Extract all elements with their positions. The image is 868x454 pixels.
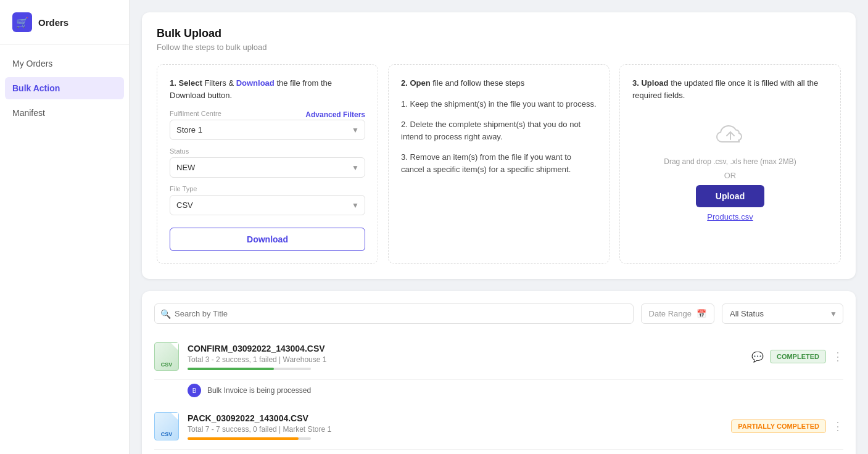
- download-button[interactable]: Download: [170, 228, 365, 251]
- item-info: CONFIRM_03092022_143004.CSV Total 3 - 2 …: [188, 344, 743, 370]
- bulk-upload-card: Bulk Upload Follow the steps to bulk upl…: [142, 12, 856, 279]
- upload-hint-text: Drag and drop .csv, .xls here (max 2MB): [664, 157, 796, 166]
- file-icon-csv-blue: CSV: [154, 412, 179, 440]
- list-item: CSV CONFIRM_03092022_143004.CSV Total 3 …: [154, 334, 843, 380]
- main-content: Bulk Upload Follow the steps to bulk upl…: [130, 0, 868, 454]
- item-info: PACK_03092022_143004.CSV Total 7 - 7 suc…: [188, 413, 722, 440]
- search-wrapper: 🔍: [154, 303, 634, 324]
- list-item: CSV CONFIRM_03092022_143004.CSV Total 3 …: [154, 450, 843, 454]
- app-name: Orders: [38, 17, 68, 28]
- item-name: CONFIRM_03092022_143004.CSV: [188, 344, 743, 353]
- bulk-upload-subtitle: Follow the steps to bulk upload: [157, 43, 841, 52]
- step2-header: 2. Open file and follow these steps: [401, 77, 597, 89]
- progress-bar: [188, 368, 311, 370]
- status-badge: PARTIALLY COMPLETED: [731, 419, 826, 433]
- file-icon-csv: CSV: [154, 342, 179, 371]
- status-badge: COMPLETED: [770, 350, 826, 363]
- step1-download-link[interactable]: Download: [236, 78, 275, 88]
- status-filter-wrapper: All Status COMPLETED PARTIALLY COMPLETED…: [722, 303, 843, 324]
- item-actions: PARTIALLY COMPLETED ⋮: [731, 419, 843, 433]
- list-filters: 🔍 Date Range 📅 All Status COMPLETED PART…: [154, 303, 843, 324]
- file-type-label: File Type: [170, 185, 365, 192]
- item-meta: Total 3 - 2 success, 1 failed | Warehous…: [188, 355, 743, 364]
- step2-instruction-2: 2. Delete the complete shipment(s) that …: [401, 118, 597, 142]
- date-range-label: Date Range: [649, 309, 692, 318]
- search-icon: 🔍: [160, 309, 171, 319]
- cloud-upload-icon: [716, 122, 745, 152]
- sidebar-item-my-orders[interactable]: My Orders: [0, 51, 129, 76]
- progress-fill: [188, 437, 299, 440]
- sidebar-item-bulk-action[interactable]: Bulk Action: [5, 77, 124, 99]
- file-type-select[interactable]: CSV XLS: [170, 195, 365, 215]
- progress-fill: [188, 368, 274, 370]
- status-filter-select[interactable]: All Status COMPLETED PARTIALLY COMPLETED…: [722, 303, 843, 324]
- list-card: 🔍 Date Range 📅 All Status COMPLETED PART…: [142, 291, 856, 454]
- cart-icon: 🛒: [12, 12, 32, 32]
- step2-instruction-3: 3. Remove an item(s) from the file if yo…: [401, 151, 597, 175]
- upload-button[interactable]: Upload: [696, 185, 764, 207]
- steps-grid: 1. Select Filters & Download the file fr…: [157, 64, 841, 264]
- status-select[interactable]: NEW PROCESSING COMPLETED FAILED: [170, 157, 365, 178]
- step3-card: 3. Upload the updated file once it is fi…: [619, 64, 841, 264]
- bulk-upload-title: Bulk Upload: [157, 27, 841, 40]
- file-type-select-wrapper: CSV XLS ▼: [170, 195, 365, 215]
- fulfillment-select[interactable]: Store 1 Store 2 Store 3: [170, 120, 365, 140]
- date-range-picker[interactable]: Date Range 📅: [641, 303, 714, 324]
- progress-bar: [188, 437, 311, 440]
- list-items: CSV CONFIRM_03092022_143004.CSV Total 3 …: [154, 334, 843, 454]
- step1-header: 1. Select Filters & Download the file fr…: [170, 77, 365, 101]
- more-options-icon[interactable]: ⋮: [832, 350, 843, 363]
- sidebar: 🛒 Orders My Orders Bulk Action Manifest: [0, 0, 130, 454]
- notification-text: Bulk Invoice is being processed: [207, 386, 311, 395]
- uploaded-file-link[interactable]: Products.csv: [707, 212, 753, 221]
- status-label: Status: [170, 147, 365, 155]
- fulfillment-label: Fulfilment Centre: [170, 110, 221, 117]
- notification-row: B Bulk Invoice is being processed: [154, 380, 843, 403]
- status-select-wrapper: NEW PROCESSING COMPLETED FAILED ▼: [170, 157, 365, 178]
- step1-filters-row: Fulfilment Centre Advanced Filters: [170, 110, 365, 120]
- calendar-icon: 📅: [696, 309, 706, 318]
- step2-instructions: 1. Keep the shipment(s) in the file you …: [401, 98, 597, 176]
- sidebar-logo: 🛒 Orders: [0, 12, 129, 45]
- item-actions: 💬 COMPLETED ⋮: [751, 350, 843, 363]
- more-options-icon[interactable]: ⋮: [832, 419, 843, 433]
- or-text: OR: [724, 171, 737, 180]
- sidebar-nav: My Orders Bulk Action Manifest: [0, 45, 129, 131]
- step2-card: 2. Open file and follow these steps 1. K…: [388, 64, 610, 264]
- sidebar-item-manifest[interactable]: Manifest: [0, 101, 129, 125]
- step1-card: 1. Select Filters & Download the file fr…: [157, 64, 378, 264]
- notification-avatar: B: [188, 384, 201, 397]
- list-item: CSV PACK_03092022_143004.CSV Total 7 - 7…: [154, 403, 843, 450]
- item-name: PACK_03092022_143004.CSV: [188, 413, 722, 423]
- step2-instruction-1: 1. Keep the shipment(s) in the file you …: [401, 98, 597, 110]
- search-input[interactable]: [154, 303, 634, 324]
- fulfillment-select-wrapper: Store 1 Store 2 Store 3 ▼: [170, 120, 365, 140]
- item-meta: Total 7 - 7 success, 0 failed | Market S…: [188, 425, 722, 434]
- advanced-filters-link[interactable]: Advanced Filters: [305, 110, 365, 119]
- step3-header: 3. Upload the updated file once it is fi…: [632, 77, 828, 101]
- comment-icon[interactable]: 💬: [751, 351, 764, 363]
- upload-area: Drag and drop .csv, .xls here (max 2MB) …: [632, 110, 828, 234]
